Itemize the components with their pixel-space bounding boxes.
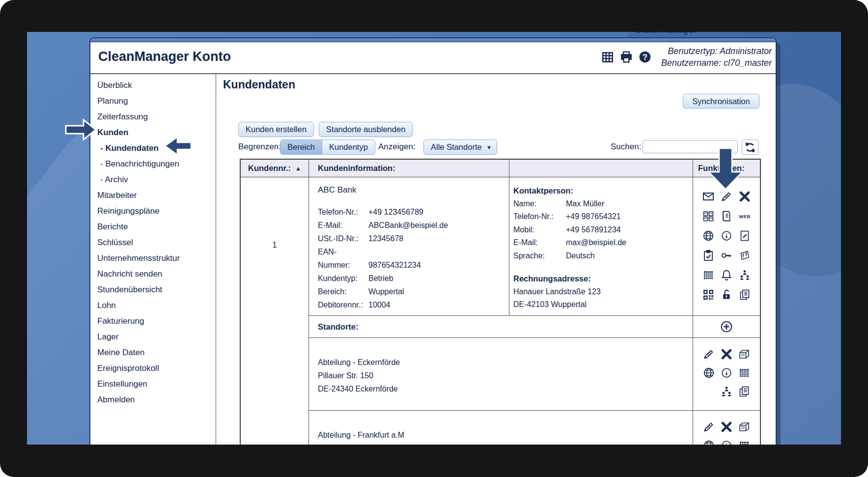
segment-bereich-button[interactable]: Bereich <box>280 140 322 155</box>
copy-icon[interactable] <box>702 210 715 223</box>
add-icon[interactable] <box>720 320 733 333</box>
sidebar-item[interactable]: Zeiterfassung <box>90 109 216 125</box>
location-line: DE-24340 Eckernförde <box>318 382 693 395</box>
sidebar-item[interactable]: Kunden <box>90 125 216 140</box>
create-customer-button[interactable]: Kunden erstellen <box>238 122 314 137</box>
info-icon[interactable] <box>720 366 733 379</box>
bell-icon[interactable] <box>720 269 733 281</box>
globe-icon[interactable] <box>702 439 715 445</box>
window-top-strip <box>90 38 776 42</box>
edit-icon[interactable] <box>720 190 733 203</box>
location-line: Pillauer Str. 150 <box>318 369 693 382</box>
printer-icon[interactable] <box>620 51 633 63</box>
search-input[interactable] <box>643 140 738 153</box>
locations-heading: Standorte: <box>309 316 693 338</box>
contact-heading: Kontaktperson: <box>513 184 693 197</box>
sidebar-item[interactable]: Planung <box>90 93 216 109</box>
qr-icon[interactable] <box>702 288 715 301</box>
limit-label: Begrenzen: <box>238 142 281 152</box>
edit-icon[interactable] <box>702 348 715 361</box>
column-header-kundennr[interactable]: Kundennr.: ▲ <box>241 160 309 177</box>
add-location-cell <box>693 316 760 338</box>
schedule-icon[interactable] <box>738 366 751 379</box>
delete-icon[interactable] <box>720 348 733 361</box>
window-header: CleanManager Konto ? Benutzertyp: Admini… <box>90 42 776 74</box>
sidebar-item[interactable]: Berichte <box>90 219 216 235</box>
map-icon[interactable] <box>738 249 751 262</box>
tasks-icon[interactable] <box>702 249 715 262</box>
contract-icon[interactable] <box>720 210 733 223</box>
sidebar-item[interactable]: Reinigungspläne <box>90 203 216 219</box>
sidebar-item[interactable]: Stundenübersicht <box>90 282 216 298</box>
sidebar-item[interactable]: Fakturierung <box>90 313 216 329</box>
location-row: Abteilung - EckernfördePillauer Str. 150… <box>309 338 693 411</box>
delete-icon[interactable] <box>720 421 733 433</box>
lock-icon[interactable] <box>720 288 733 301</box>
globe-icon[interactable] <box>702 366 715 379</box>
sidebar-item[interactable]: Mitarbeiter <box>90 188 216 203</box>
org-icon[interactable] <box>720 385 733 398</box>
segment-kundentyp-button[interactable]: Kundentyp <box>322 140 375 155</box>
info-icon[interactable] <box>720 439 733 445</box>
synchronisation-button[interactable]: Synchronisation <box>683 94 759 109</box>
sidebar-item[interactable]: - Archiv <box>90 172 216 188</box>
sidebar-item[interactable]: Überblick <box>90 78 216 93</box>
sidebar-item[interactable]: Ereignisprotokoll <box>90 361 216 376</box>
refresh-button[interactable] <box>742 140 758 155</box>
sidebar-item[interactable]: Schlüssel <box>90 235 216 251</box>
user-name: Benutzername: cl70_master <box>661 57 772 69</box>
column-header-funktionen: Funktionen: <box>693 160 760 177</box>
mail-icon[interactable] <box>702 190 715 203</box>
search-label: Suchen: <box>611 142 641 152</box>
page-title: Kundendaten <box>223 78 295 91</box>
globe-icon[interactable] <box>702 229 715 242</box>
web-icon[interactable]: WEB <box>738 210 751 223</box>
box-icon[interactable] <box>738 421 751 433</box>
sidebar-item[interactable]: Nachricht senden <box>90 266 216 282</box>
column-header-kundeninformation: Kundeninformation: <box>309 160 509 177</box>
icon-spacer <box>702 385 715 398</box>
box-icon[interactable] <box>738 348 751 361</box>
documents-icon[interactable] <box>738 385 751 398</box>
org-icon[interactable] <box>738 269 751 281</box>
help-icon[interactable]: ? <box>639 51 651 63</box>
locations-dropdown[interactable]: Alle Standorte ▼ <box>423 140 497 155</box>
locations-dropdown-value: Alle Standorte <box>431 142 482 152</box>
sidebar-item[interactable]: Meine Daten <box>90 345 216 361</box>
column-header-blank <box>509 160 693 177</box>
slide-background: CleanManager CleanManager Konto ? Benutz… <box>27 32 841 445</box>
sidebar-item[interactable]: Unternehmensstruktur <box>90 251 216 266</box>
delete-icon[interactable] <box>738 190 751 203</box>
customer-number: 1 <box>241 240 308 250</box>
app-title: CleanManager Konto <box>98 49 231 64</box>
filter-row: Begrenzen: Bereich Kundentyp Anzeigen: A… <box>216 140 776 155</box>
location-icon-grid <box>693 338 760 411</box>
billing-heading: Rechnungsadresse: <box>513 272 693 285</box>
svg-text:?: ? <box>643 53 647 61</box>
note-edit-icon[interactable] <box>738 229 751 242</box>
user-info: Benutzertyp: Administrator Benutzername:… <box>661 45 772 69</box>
sidebar-item[interactable]: Lohn <box>90 298 216 313</box>
sidebar-item[interactable]: Einstellungen <box>90 376 216 392</box>
partial-brand-text: CleanManager <box>635 32 697 35</box>
customer-info-cell: ABC Bank Telefon-Nr.:+49 123456789E-Mail… <box>309 177 509 316</box>
edit-icon[interactable] <box>702 421 715 433</box>
info-icon[interactable] <box>720 229 733 242</box>
user-type: Benutzertyp: Administrator <box>661 45 772 57</box>
documents-icon[interactable] <box>738 288 751 301</box>
key-icon[interactable] <box>720 249 733 262</box>
customer-name: ABC Bank <box>318 185 509 195</box>
sidebar-item[interactable]: Lager <box>90 329 216 345</box>
table-icon[interactable] <box>601 51 614 63</box>
sidebar-item[interactable]: - Benachrichtigungen <box>90 156 216 172</box>
schedule-icon[interactable] <box>738 439 751 445</box>
location-line: Hanauer Landstraße 123 <box>318 442 693 445</box>
hide-locations-button[interactable]: Standorte ausblenden <box>319 122 413 137</box>
sidebar-item[interactable]: Abmelden <box>90 392 216 408</box>
address-line: Hanauer Landstraße 123 <box>513 285 693 299</box>
sidebar-item[interactable]: - Kundendaten <box>90 140 216 156</box>
schedule-icon[interactable] <box>702 269 715 281</box>
location-icon-grid <box>693 411 760 445</box>
contact-fields: Name:Max MüllerTelefon-Nr.:+49 987654321… <box>513 197 693 263</box>
app-window: CleanManager Konto ? Benutzertyp: Admini… <box>89 37 777 445</box>
